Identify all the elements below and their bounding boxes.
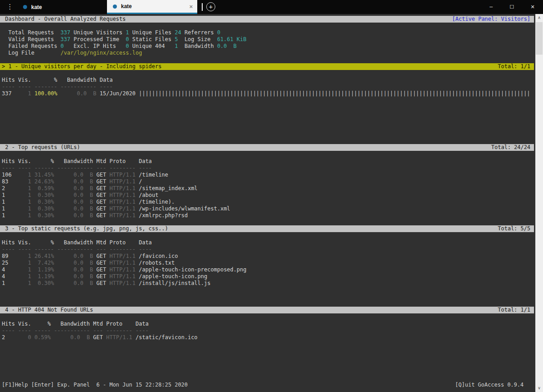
new-tab-button[interactable]: + bbox=[206, 2, 215, 11]
tab-kate-inactive[interactable]: kate bbox=[17, 0, 107, 14]
close-button[interactable]: ✕ bbox=[522, 0, 543, 14]
active-panel-indicator: [Active Panel: Visitors] bbox=[452, 16, 530, 23]
scroll-up-button[interactable]: ∧ bbox=[535, 14, 543, 22]
tab-divider bbox=[202, 3, 203, 11]
panel-table-visitors: Hits Vis. % Bandwidth Data ---- ---- ---… bbox=[2, 77, 530, 97]
panel-table-requests: Hits Vis. % Bandwidth Mtd Proto Data ---… bbox=[2, 158, 230, 219]
panel-table-404: Hits Vis. % Bandwidth Mtd Proto Data ---… bbox=[2, 321, 198, 341]
panel-title: 4 - HTTP 404 Not Found URLs bbox=[2, 307, 93, 313]
panel-table-static: Hits Vis. % Bandwidth Mtd Proto Data ---… bbox=[2, 239, 246, 287]
chevron-up-icon: ∧ bbox=[538, 15, 541, 20]
dashboard-header-bar: Dashboard - Overall Analyzed Requests [A… bbox=[0, 16, 534, 23]
tab-close-button[interactable]: × bbox=[189, 4, 193, 9]
panel-total: Total: 24/24 bbox=[491, 144, 530, 151]
tab-label: kate bbox=[31, 4, 42, 10]
panel-total: Total: 1/1 bbox=[498, 307, 530, 313]
panel-total: Total: 5/5 bbox=[498, 225, 530, 232]
status-help: [F1]Help [Enter] Exp. Panel 6 - Mon Jun … bbox=[2, 382, 188, 388]
status-version: [Q]uit GoAccess 0.9.4 bbox=[455, 382, 524, 388]
menu-button[interactable]: ⋮ bbox=[4, 0, 16, 14]
status-bar: [F1]Help [Enter] Exp. Panel 6 - Mon Jun … bbox=[0, 382, 535, 388]
panel-title: 2 - Top requests (URLs) bbox=[2, 144, 80, 151]
minimize-button[interactable]: ─ bbox=[481, 0, 501, 14]
plus-icon: + bbox=[209, 3, 213, 10]
maximize-icon: ☐ bbox=[510, 4, 514, 10]
terminal-screen[interactable]: Dashboard - Overall Analyzed Requests [A… bbox=[0, 14, 535, 392]
panel-title: > 1 - Unique visitors per day - Includin… bbox=[2, 63, 162, 70]
maximize-button[interactable]: ☐ bbox=[501, 0, 522, 14]
scrollbar[interactable]: ∧ ∨ bbox=[535, 14, 543, 392]
panel-header-404: 4 - HTTP 404 Not Found URLs Total: 1/1 bbox=[0, 307, 534, 313]
tab-kate-active[interactable]: kate × bbox=[107, 0, 197, 14]
summary-block: Total Requests 337 Unique Visitors 1 Uni… bbox=[2, 29, 246, 56]
scroll-down-button[interactable]: ∨ bbox=[535, 384, 543, 392]
minimize-icon: ─ bbox=[490, 4, 493, 10]
terminal-window: ⋮ kate kate × + ─ ☐ ✕ bbox=[0, 0, 543, 392]
panel-header-static-requests: 3 - Top static requests (e.g. jpg, png, … bbox=[0, 225, 534, 232]
scrollbar-thumb[interactable] bbox=[536, 22, 543, 55]
tab-activity-icon bbox=[113, 5, 117, 9]
tab-label: kate bbox=[121, 3, 132, 9]
close-icon: × bbox=[189, 3, 193, 10]
kebab-icon: ⋮ bbox=[7, 3, 14, 11]
chevron-down-icon: ∨ bbox=[538, 386, 541, 390]
tab-activity-icon bbox=[23, 5, 27, 9]
window-controls: ─ ☐ ✕ bbox=[481, 0, 543, 14]
panel-title: 3 - Top static requests (e.g. jpg, png, … bbox=[2, 225, 168, 232]
close-icon: ✕ bbox=[530, 4, 534, 10]
panel-header-requests: 2 - Top requests (URLs) Total: 24/24 bbox=[0, 144, 534, 151]
dashboard-title: Dashboard - Overall Analyzed Requests bbox=[2, 16, 126, 23]
panel-total: Total: 1/1 bbox=[498, 63, 530, 70]
titlebar: ⋮ kate kate × + ─ ☐ ✕ bbox=[0, 0, 543, 14]
panel-header-visitors: > 1 - Unique visitors per day - Includin… bbox=[0, 63, 534, 70]
